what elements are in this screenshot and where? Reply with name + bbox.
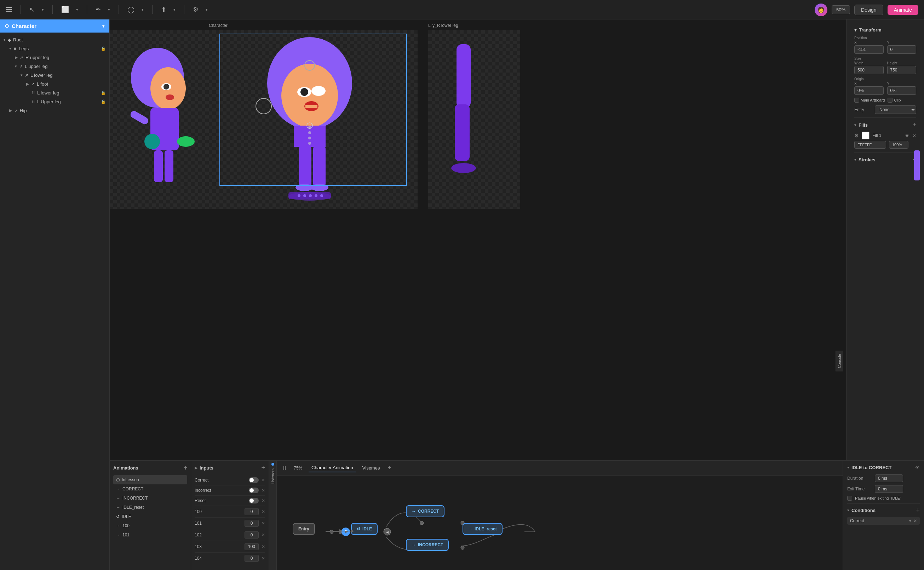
state-node-correct[interactable]: → CORRECT (406, 505, 444, 517)
tree-item-r-upper-leg[interactable]: ▶ ↗ R upper leg (0, 53, 109, 62)
frame-tool-chevron[interactable]: ▾ (76, 8, 78, 12)
position-label: Position (854, 36, 916, 40)
anim-item-inlesson[interactable]: ⬡ InLesson (113, 475, 187, 484)
position-y-input[interactable] (887, 45, 916, 54)
anim-item-100[interactable]: → 100 (113, 521, 187, 530)
condition-dropdown[interactable]: ▾ (909, 519, 911, 523)
select-tool-icon[interactable]: ↖ (29, 6, 35, 14)
input-label-102: 102 (195, 533, 242, 538)
position-x-input[interactable] (854, 45, 884, 54)
tree-item-l-lower-leg-2[interactable]: ⠿ L lower leg 🔒 (0, 89, 109, 97)
state-node-idle-reset[interactable]: → IDLE_reset (463, 523, 503, 535)
add-animation-button[interactable]: + (183, 464, 187, 472)
origin-x-input[interactable] (854, 86, 884, 95)
settings-chevron[interactable]: ▾ (205, 8, 208, 12)
fill-visibility-icon[interactable]: 👁 (905, 133, 910, 138)
incorrect-toggle[interactable] (249, 487, 259, 493)
input-label-reset: Reset (195, 498, 246, 503)
tree-item-l-upper-leg-2[interactable]: ⠿ L Upper leg 🔒 (0, 97, 109, 106)
remove-input-102[interactable]: ✕ (262, 533, 265, 538)
correct-toggle[interactable] (249, 477, 259, 483)
sm-section-collapse[interactable]: ▾ (847, 465, 849, 470)
tree-item-legs[interactable]: ▾ ⠿ Legs 🔒 (0, 44, 109, 53)
main-artboard-checkbox[interactable] (854, 98, 859, 103)
pen-tool-icon[interactable]: ✒ (95, 6, 101, 14)
anim-item-101[interactable]: → 101 (113, 530, 187, 539)
input-label-103: 103 (195, 544, 242, 549)
svg-rect-38 (457, 44, 470, 108)
menu-button[interactable] (6, 7, 12, 12)
state-node-entry[interactable]: Entry (293, 523, 315, 535)
tab-character-animation[interactable]: Character Animation (309, 463, 356, 472)
anim-item-idle[interactable]: ↺ IDLE (113, 512, 187, 521)
anim-item-idle-reset[interactable]: → IDLE_reset (113, 503, 187, 512)
input-value-103[interactable] (245, 543, 259, 550)
svg-rect-39 (455, 104, 470, 161)
remove-input-103[interactable]: ✕ (262, 544, 265, 549)
input-value-102[interactable] (245, 532, 259, 538)
strokes-collapse[interactable]: ▾ (854, 158, 857, 162)
inputs-expand-icon[interactable]: ▶ (195, 466, 198, 470)
settings-icon[interactable]: ⚙ (193, 6, 199, 14)
origin-y-input[interactable] (887, 86, 916, 95)
fill-opacity-input[interactable] (889, 141, 909, 149)
panel-collapse-arrow[interactable]: ▾ (102, 24, 104, 29)
tree-item-root[interactable]: ▾ ◆ Root (0, 35, 109, 44)
pen-tool-chevron[interactable]: ▾ (108, 8, 110, 12)
tree-item-hip[interactable]: ▶ ↗ Hip (0, 106, 109, 115)
svg-point-4 (165, 95, 174, 100)
remove-fill-icon[interactable]: ✕ (912, 133, 916, 138)
add-condition-button[interactable]: + (916, 507, 920, 514)
design-button[interactable]: Design (854, 5, 883, 15)
add-tab-button[interactable]: + (388, 464, 391, 472)
listeners-tab[interactable]: Listeners (269, 461, 277, 570)
reset-toggle[interactable] (249, 498, 259, 504)
frame-tool-icon[interactable]: ⬜ (61, 6, 69, 14)
tree-item-l-upper-leg[interactable]: ▾ ↗ L upper leg (0, 62, 109, 71)
svg-rect-10 (165, 150, 173, 182)
entry-select[interactable]: None (875, 106, 916, 114)
remove-condition[interactable]: ✕ (913, 518, 917, 523)
shape-tool-icon[interactable]: ◯ (127, 6, 135, 14)
size-w-input[interactable] (854, 66, 884, 74)
export-tool-icon[interactable]: ⬆ (161, 6, 166, 14)
fills-collapse[interactable]: ▾ (854, 123, 857, 127)
input-value-101[interactable] (245, 520, 259, 527)
remove-input-100[interactable]: ✕ (262, 509, 265, 514)
duration-input[interactable] (875, 475, 903, 482)
fill-color-swatch[interactable] (862, 132, 869, 139)
add-input-button[interactable]: + (261, 464, 265, 472)
animate-button[interactable]: Animate (887, 5, 918, 15)
state-node-incorrect[interactable]: → INCORRECT (406, 539, 449, 551)
animations-panel: Animations + ⬡ InLesson → CORRECT → INCO… (110, 461, 191, 570)
remove-input-reset[interactable]: ✕ (262, 498, 265, 503)
exit-time-input[interactable] (875, 485, 903, 493)
input-value-104[interactable] (245, 555, 259, 562)
visibility-icon[interactable]: 👁 (915, 465, 920, 470)
conditions-collapse[interactable]: ▾ (847, 508, 849, 513)
fill-settings-icon[interactable]: ⚙ (854, 133, 859, 138)
tab-visemes[interactable]: Visemes (360, 464, 383, 472)
anim-item-incorrect[interactable]: → INCORRECT (113, 493, 187, 503)
remove-input-104[interactable]: ✕ (262, 556, 265, 561)
pause-icon[interactable]: ⏸ (282, 465, 287, 471)
tree-item-l-lower-leg[interactable]: ▾ ↗ L lower leg (0, 71, 109, 80)
size-h-input[interactable] (887, 66, 916, 74)
remove-input-101[interactable]: ✕ (262, 521, 265, 526)
remove-input-correct[interactable]: ✕ (262, 478, 265, 483)
select-tool-chevron[interactable]: ▾ (42, 8, 44, 12)
input-value-100[interactable] (245, 508, 259, 515)
collapse-icon[interactable]: ▾ (854, 27, 857, 32)
state-node-idle[interactable]: ↺ IDLE (351, 523, 378, 535)
shape-tool-chevron[interactable]: ▾ (141, 8, 144, 12)
add-fill-button[interactable]: + (912, 121, 916, 129)
fill-hex-input[interactable] (854, 141, 886, 149)
tree-item-l-foot[interactable]: ▶ ↗ L foot (0, 80, 109, 89)
anim-item-correct[interactable]: → CORRECT (113, 484, 187, 493)
tree-label: L Upper leg (37, 99, 61, 104)
pause-checkbox[interactable] (847, 496, 852, 501)
zoom-button[interactable]: 50% (832, 5, 850, 14)
export-tool-chevron[interactable]: ▾ (173, 8, 176, 12)
clip-checkbox[interactable] (887, 98, 892, 103)
remove-input-incorrect[interactable]: ✕ (262, 488, 265, 493)
